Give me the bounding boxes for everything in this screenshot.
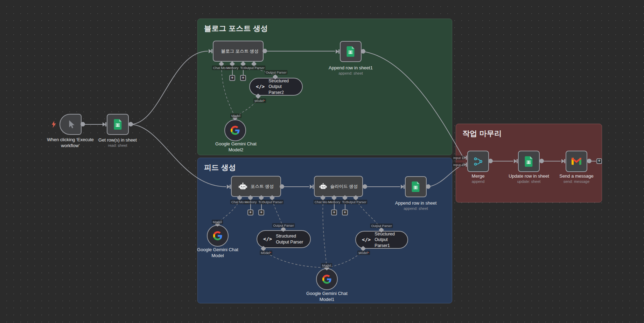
node-send-message[interactable] [566,151,587,172]
add-tool-button[interactable]: + [258,209,264,215]
parser-label: Structured Output Parser [276,233,304,245]
node-merge[interactable] [467,151,489,172]
google-g-icon [213,231,222,240]
port-label-model: Model [321,263,332,268]
output-port[interactable] [363,184,367,189]
code-icon: </> [362,236,371,243]
google-g-icon [231,126,240,135]
node-label-append: Append row in sheet [395,200,437,206]
node-parser2[interactable]: </> Structured Output Parser2 [249,78,303,96]
agent-slide-label: 슬라이드 생성 [330,184,358,190]
output-port[interactable] [539,159,544,163]
code-icon: </> [263,236,272,242]
port-label-input1: Input 1 [452,156,464,160]
port-label-output-parser: Output Parser [261,200,284,204]
google-sheets-icon [411,181,421,192]
add-memory-button[interactable]: + [331,209,337,215]
port-label-output-parser: Output Parser [370,224,393,228]
port-label-output-parser: Output Parser [243,66,265,70]
google-g-icon [322,275,331,284]
add-memory-button[interactable]: + [229,75,235,81]
node-agent-blog[interactable]: 블로그 포스트 생성 [213,41,264,62]
google-sheets-icon [524,156,534,167]
node-label-gemini2: Google Gemini Chat Model2 [211,141,260,153]
cursor-icon [66,119,75,129]
output-port[interactable] [426,184,430,189]
port-label-model: Model [230,114,241,118]
parser1-label: Structured Output Parser1 [374,231,401,248]
node-label-get-rows: Get row(s) in sheet [98,137,137,143]
node-gemini1[interactable] [316,268,338,290]
group-feed-title: 피드 생성 [198,158,452,177]
port-label-model: Model [212,220,223,224]
node-agent-post[interactable]: 포스트 생성 [231,176,281,197]
execute-bolt-icon [51,121,57,128]
add-tool-button[interactable]: + [342,209,348,215]
node-parser[interactable]: </> Structured Output Parser [257,230,311,248]
node-subtitle-gmail: send: message [564,179,590,184]
port-label-output-parser: Output Parser [265,70,287,75]
output-port[interactable] [587,159,592,163]
node-manual-trigger[interactable] [59,114,82,135]
port-label-model-required: Model* [253,98,266,103]
parser2-label: Structured Output Parser2 [268,78,296,95]
group-blog-title: 블로그 포스트 생성 [198,19,452,38]
google-sheets-icon [346,46,356,57]
code-icon: </> [256,83,265,90]
node-append1[interactable] [340,41,362,62]
node-subtitle-append: append: sheet [404,206,428,211]
node-subtitle-merge: append [472,179,485,184]
node-get-rows[interactable] [107,114,129,135]
port-label-output-parser: Output Parser [272,223,295,228]
add-memory-button[interactable]: + [247,209,253,215]
node-gemini[interactable] [207,225,229,247]
port-label-memory: Memory [244,200,258,204]
node-update-row[interactable] [518,151,540,172]
merge-icon [473,157,483,166]
node-agent-slide[interactable]: 슬라이드 생성 [314,176,363,197]
node-label-update: Update row in sheet [509,173,549,179]
node-label-trigger: When clicking ‘Execute workflow’ [41,137,100,149]
add-tool-button[interactable]: + [240,75,246,81]
port-label-memory: Memory [327,200,341,204]
node-label-gemini1: Google Gemini Chat Model1 [302,291,351,303]
node-label-append1: Append row in sheet1 [329,65,373,71]
node-subtitle-get-rows: read: sheet [108,143,127,147]
node-subtitle-append1: append: sheet [338,71,363,75]
node-label-merge: Merge [472,173,485,179]
node-label-gemini: Google Gemini Chat Model [193,247,242,259]
node-append[interactable] [405,176,427,197]
robot-icon [319,183,327,190]
group-finish-title: 작업 마무리 [456,124,602,143]
output-port[interactable] [488,159,493,163]
port-label-input2: Input 2 [452,163,464,167]
port-label-output-parser: Output Parser [344,200,367,204]
google-sheets-icon [113,119,123,130]
port-label-model-required: Model* [357,250,370,255]
agent-blog-label: 블로그 포스트 생성 [221,48,259,54]
output-port[interactable] [128,122,133,126]
output-port[interactable] [262,49,267,53]
port-label-memory: Memory [225,66,239,70]
node-subtitle-update: update: sheet [517,179,541,184]
add-node-button[interactable]: + [596,158,602,164]
robot-icon [238,183,247,190]
node-label-gmail: Send a message [559,173,594,179]
node-gemini2[interactable] [224,119,246,141]
agent-post-label: 포스트 생성 [251,184,274,190]
output-port[interactable] [80,122,85,126]
output-port[interactable] [361,49,365,54]
gmail-icon [571,157,582,166]
port-label-model-required: Model* [260,250,272,255]
output-port[interactable] [280,184,284,189]
